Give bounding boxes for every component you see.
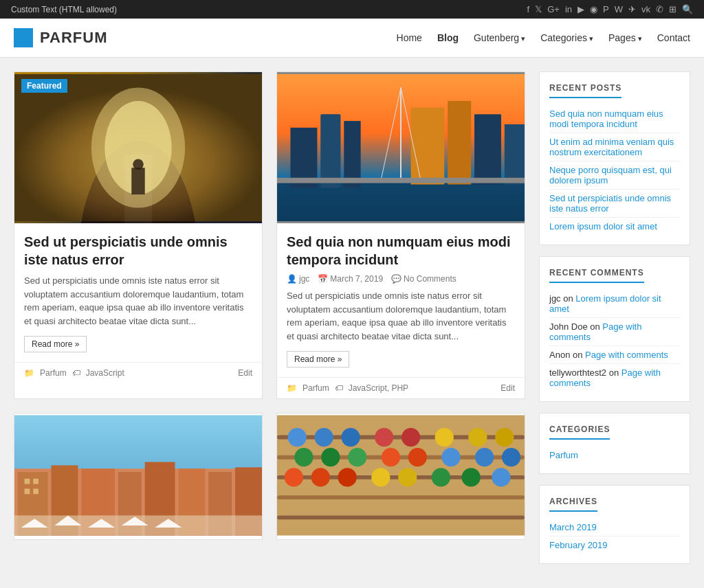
svg-rect-16 (505, 124, 525, 185)
person-icon: 👤 (287, 274, 297, 284)
svg-point-63 (311, 468, 330, 486)
wordpress-icon[interactable]: W (615, 4, 623, 14)
nav-pages[interactable]: Pages (608, 32, 642, 43)
svg-rect-32 (25, 488, 30, 494)
comment-item-4: tellyworthtest2 on Page with comments (549, 364, 680, 392)
post-2-tag-labels: JavaScript, PHP (349, 383, 408, 393)
whatsapp-icon[interactable]: ✆ (656, 4, 663, 14)
svg-point-66 (398, 468, 417, 486)
svg-point-47 (314, 428, 333, 446)
post-2-meta: 👤 jgc 📅 March 7, 2019 💬 No Comments (287, 274, 515, 284)
recent-posts-title: RECENT POSTS (549, 83, 622, 98)
svg-rect-30 (25, 479, 30, 484)
logo-text: PARFUM (40, 29, 107, 47)
vk-icon[interactable]: vk (641, 4, 650, 14)
content-area: Featured Sed ut perspiciatis unde omnis … (14, 71, 525, 564)
folder-icon: 📁 (24, 368, 34, 378)
comment-link-3[interactable]: Page with comments (585, 350, 668, 360)
nav-categories[interactable]: Categories (540, 32, 593, 43)
recent-post-link-2[interactable]: Ut enim ad minima veniam quis nostrum ex… (549, 137, 674, 157)
post-2-edit[interactable]: Edit (500, 383, 515, 393)
svg-point-60 (475, 448, 494, 466)
categories-list: Parfum (549, 446, 680, 464)
svg-rect-33 (33, 488, 38, 494)
post-1-footer: 📁 Parfum 🏷 JavaScript Edit (14, 362, 262, 383)
folder-icon-2: 📁 (287, 383, 297, 393)
nav-gutenberg[interactable]: Gutenberg (474, 32, 525, 43)
pinterest-icon[interactable]: P (603, 4, 609, 14)
post-2-category: Parfum (302, 383, 329, 393)
archive-link-2[interactable]: February 2019 (549, 540, 608, 550)
comment-on-1: on (563, 293, 575, 304)
svg-point-59 (441, 448, 460, 466)
post-2-body: Sed quia non numquam eius modi tempora i… (277, 223, 525, 377)
post-2-read-more[interactable]: Read more » (287, 351, 349, 368)
tag-icon: 🏷 (72, 368, 80, 378)
recent-post-link-4[interactable]: Sed ut perspiciatis unde omnis iste natu… (549, 193, 671, 214)
post-4-image (277, 414, 525, 539)
post-1-edit[interactable]: Edit (238, 368, 252, 378)
svg-point-67 (432, 468, 450, 486)
category-link-1[interactable]: Parfum (549, 450, 578, 460)
main-nav: Home Blog Gutenberg Categories Pages Con… (397, 32, 690, 43)
post-2-title: Sed quia non numquam eius modi tempora i… (287, 233, 515, 269)
telegram-icon[interactable]: ✈ (628, 4, 636, 14)
post-2-comments: No Comments (404, 274, 456, 284)
list-item: Sed ut perspiciatis unde omnis iste natu… (549, 190, 680, 218)
svg-rect-12 (344, 121, 360, 188)
svg-rect-44 (277, 495, 525, 499)
linkedin-icon[interactable]: in (565, 4, 572, 14)
search-icon[interactable]: 🔍 (682, 4, 693, 14)
posts-grid-top: Featured Sed ut perspiciatis unde omnis … (14, 71, 525, 399)
categories-widget: CATEGORIES Parfum (539, 413, 690, 474)
tag-icon-2: 🏷 (335, 383, 343, 393)
svg-point-6 (133, 159, 144, 170)
googleplus-icon[interactable]: G+ (547, 4, 560, 14)
archives-list: March 2019 February 2019 (549, 519, 680, 554)
recent-comments-widget: RECENT COMMENTS jgc on Lorem ipsum dolor… (539, 256, 690, 402)
rss-icon[interactable]: ⊞ (669, 4, 676, 14)
instagram-icon[interactable]: ◉ (590, 4, 597, 14)
svg-point-51 (435, 428, 454, 446)
recent-post-link-3[interactable]: Neque porro quisquam est, qui dolorem ip… (549, 165, 672, 185)
list-item: Lorem ipsum dolor sit amet (549, 218, 680, 235)
archives-title: ARCHIVES (549, 497, 597, 512)
post-2-footer: 📁 Parfum 🏷 JavaScript, PHP Edit (277, 377, 525, 398)
list-item: Ut enim ad minima veniam quis nostrum ex… (549, 133, 680, 161)
post-2-author: jgc (299, 274, 309, 284)
post-2-comments-wrap: 💬 No Comments (391, 274, 456, 284)
svg-rect-45 (277, 515, 525, 519)
svg-point-48 (341, 428, 360, 446)
archive-link-1[interactable]: March 2019 (549, 522, 597, 532)
post-2-image (277, 72, 525, 223)
top-bar-text: Custom Text (HTML allowed) (11, 5, 117, 14)
top-bar: Custom Text (HTML allowed) f 𝕏 G+ in ▶ ◉… (0, 0, 704, 19)
comment-item-1: jgc on Lorem ipsum dolor sit amet (549, 290, 680, 318)
post-1-tag-labels: JavaScript (86, 368, 124, 378)
recent-post-link-5[interactable]: Lorem ipsum dolor sit amet (549, 221, 657, 231)
main-container: Featured Sed ut perspiciatis unde omnis … (0, 58, 704, 578)
nav-home[interactable]: Home (397, 32, 422, 43)
featured-badge: Featured (21, 79, 67, 93)
post-2-date-wrap: 📅 March 7, 2019 (318, 274, 383, 284)
nav-contact[interactable]: Contact (657, 32, 690, 43)
svg-rect-11 (320, 114, 340, 188)
recent-comments-title: RECENT COMMENTS (549, 268, 644, 283)
svg-point-53 (495, 428, 514, 446)
nav-blog[interactable]: Blog (437, 32, 459, 43)
list-item: Neque porro quisquam est, qui dolorem ip… (549, 161, 680, 190)
svg-point-69 (492, 468, 510, 486)
youtube-icon[interactable]: ▶ (578, 4, 584, 14)
post-1-read-more[interactable]: Read more » (24, 336, 87, 352)
comment-on-4: on (609, 368, 622, 378)
comment-item-2: John Doe on Page with comments (549, 318, 680, 346)
recent-post-link-1[interactable]: Sed quia non numquam eius modi tempora i… (549, 109, 663, 129)
twitter-icon[interactable]: 𝕏 (535, 4, 542, 14)
categories-title: CATEGORIES (549, 425, 610, 440)
list-item: February 2019 (549, 536, 680, 554)
svg-point-68 (462, 468, 481, 486)
svg-point-50 (402, 428, 420, 446)
post-card-2: Sed quia non numquam eius modi tempora i… (276, 71, 525, 399)
facebook-icon[interactable]: f (527, 4, 530, 14)
svg-point-52 (468, 428, 487, 446)
